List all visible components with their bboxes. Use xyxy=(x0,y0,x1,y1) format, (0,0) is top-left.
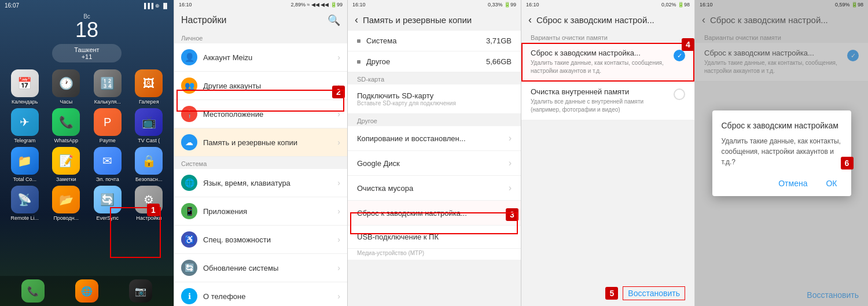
factory-reset-option[interactable]: Сброс к заводским настройка... Удалить т… xyxy=(521,43,694,82)
calendar-icon: 📅 xyxy=(11,69,39,97)
gdrive-label: Google Диск xyxy=(357,159,509,168)
phone-icon: 📞 xyxy=(21,279,45,303)
dock-browser[interactable]: 🌐 xyxy=(75,279,98,303)
sd-connect-item[interactable]: Подключить SD-карту Вставьте SD-карту дл… xyxy=(348,84,521,114)
memory-status-bar: 16:10 0,33% 🔋99 xyxy=(348,0,521,9)
settings-item-about[interactable]: ℹ О телефоне › xyxy=(174,282,347,306)
settings-item-accounts[interactable]: 👥 Другие аккаунты › xyxy=(174,72,347,100)
remote-icon: 📡 xyxy=(11,186,39,213)
reset-title: Сброс к заводским настрой... xyxy=(536,15,687,25)
language-chevron: › xyxy=(337,178,340,187)
app-totalco[interactable]: 📁 Total Co... xyxy=(6,147,44,182)
dock-phone[interactable]: 📞 xyxy=(21,279,45,303)
usb-label: USB-подключение к ПК xyxy=(357,233,512,241)
clear-memory-radio[interactable] xyxy=(674,89,685,100)
email-label: Эл. почта xyxy=(96,176,119,182)
update-icon: 🔄 xyxy=(181,260,197,276)
back-arrow-icon[interactable]: ‹ xyxy=(355,14,358,26)
accessibility-icon: ♿ xyxy=(181,231,197,248)
settings-item-location[interactable]: 📍 Местоположение › xyxy=(174,100,347,128)
eversync-label: EverSync xyxy=(96,215,119,221)
reset-back-arrow[interactable]: ‹ xyxy=(528,14,532,26)
clear-memory-title: Очистка внутренней памяти xyxy=(531,87,669,96)
home-time: 16:07 xyxy=(5,2,19,9)
apps-label: Приложения xyxy=(203,207,332,216)
memory-other-item: Другое 5,66GB xyxy=(348,51,521,72)
memory-battery: 0,33% 🔋99 xyxy=(488,2,516,8)
accessibility-label: Спец. возможности xyxy=(203,235,332,244)
ok-button[interactable]: ОК xyxy=(821,176,841,190)
app-calc[interactable]: 🔢 Калькуля... xyxy=(89,69,127,105)
memory-header: ‹ Память и резервные копии xyxy=(348,9,521,31)
settings-item-accessibility[interactable]: ♿ Спец. возможности › xyxy=(174,226,347,254)
home-screen: 16:07 ▐▐▐ ⊕ ▐▌ Вс 18 Ташкент +11 📅 Кален… xyxy=(0,0,174,306)
settings-item-memory[interactable]: ☁ Память и резервные копии › xyxy=(174,128,347,157)
step1-badge: 1 xyxy=(147,204,160,216)
dialog-buttons: Отмена ОК xyxy=(722,176,842,190)
sd-hint: Вставьте SD-карту для подключения xyxy=(357,100,512,106)
weather-widget: Ташкент +11 xyxy=(52,44,122,62)
security-label: Безопасн... xyxy=(135,176,163,182)
dock-camera[interactable]: 📷 xyxy=(129,279,152,303)
step3-badge: 3 xyxy=(506,208,518,221)
location-icon: 📍 xyxy=(181,106,197,122)
payme-icon: P xyxy=(94,108,122,136)
mtp-sub: Медиа-устройство (МТР) xyxy=(348,249,521,260)
app-email[interactable]: ✉ Эл. почта xyxy=(89,147,127,182)
gdrive-item[interactable]: Google Диск › xyxy=(348,151,521,176)
app-security[interactable]: 🔒 Безопасн... xyxy=(130,147,168,182)
app-telegram[interactable]: ✈ Telegram xyxy=(6,108,44,143)
settings-item-apps[interactable]: 📱 Приложения › xyxy=(174,197,347,226)
accounts-label: Другие аккаунты xyxy=(203,82,332,90)
totalco-icon: 📁 xyxy=(11,147,39,175)
factory-reset-radio[interactable] xyxy=(674,50,685,61)
settings-system-section: Система xyxy=(174,157,347,169)
app-calendar[interactable]: 📅 Календарь xyxy=(6,69,44,105)
app-tvcast[interactable]: 📺 TV Cast ( xyxy=(130,108,168,143)
app-explorer[interactable]: 📂 Проводн... xyxy=(47,186,86,221)
usb-item[interactable]: USB-подключение к ПК xyxy=(348,226,521,249)
dialog-title: Сброс к заводским настройкам xyxy=(722,121,842,130)
calc-label: Калькуля... xyxy=(94,99,121,105)
whatsapp-icon: 📞 xyxy=(52,108,80,136)
gallery-icon: 🖼 xyxy=(135,69,163,97)
about-label: О телефоне xyxy=(203,292,332,301)
update-chevron: › xyxy=(337,263,340,272)
memory-time: 16:10 xyxy=(352,2,366,8)
app-remote[interactable]: 📡 Remote Li... xyxy=(6,186,44,221)
date-widget: Вс 18 xyxy=(0,13,174,40)
cleanup-item[interactable]: Очистка мусора › xyxy=(348,176,521,201)
notes-icon: 📝 xyxy=(52,147,80,175)
restore-button[interactable]: Восстановить xyxy=(628,289,680,298)
cancel-button[interactable]: Отмена xyxy=(774,176,812,190)
other-storage-label: Другое xyxy=(366,57,486,66)
settings-item-meizu[interactable]: 👤 Аккаунт Meizu › xyxy=(174,43,347,72)
gdrive-chevron: › xyxy=(509,158,512,168)
wifi-icon: ⊕ xyxy=(155,3,160,9)
step4-badge: 4 xyxy=(682,38,694,51)
app-clock[interactable]: 🕐 Часы xyxy=(47,69,86,105)
language-icon: 🌐 xyxy=(181,175,197,191)
confirm-dialog: Сброс к заводским настройкам Удалить так… xyxy=(712,110,851,196)
sd-connect-label: Подключить SD-карту xyxy=(357,91,512,100)
clear-memory-desc: Удалить все данные с внутренней памяти (… xyxy=(531,98,669,114)
app-eversync[interactable]: 🔄 EverSync xyxy=(89,186,127,221)
settings-item-language[interactable]: 🌐 Язык, время, клавиатура › xyxy=(174,169,347,197)
app-grid: 📅 Календарь 🕐 Часы 🔢 Калькуля... 🖼 Галер… xyxy=(0,67,174,223)
memory-title: Память и резервные копии xyxy=(363,15,514,25)
app-payme[interactable]: P Payme xyxy=(89,108,127,143)
day-number: 18 xyxy=(75,20,98,40)
app-whatsapp[interactable]: 📞 WhatsApp xyxy=(47,108,86,143)
settings-header: Настройки 🔍 xyxy=(174,9,347,31)
search-icon[interactable]: 🔍 xyxy=(328,14,340,27)
app-notes[interactable]: 📝 Заметки xyxy=(47,147,86,182)
settings-item-update[interactable]: 🔄 Обновление системы › xyxy=(174,254,347,282)
reset-item[interactable]: Сброс к заводским настройка... › xyxy=(348,201,521,226)
backup-item[interactable]: Копирование и восстановлен... › xyxy=(348,126,521,151)
other-storage-value: 5,66GB xyxy=(486,57,512,66)
telegram-label: Telegram xyxy=(14,138,35,143)
accessibility-chevron: › xyxy=(337,235,340,244)
eversync-icon: 🔄 xyxy=(94,186,122,213)
app-gallery[interactable]: 🖼 Галерея xyxy=(130,69,168,105)
clear-memory-option[interactable]: Очистка внутренней памяти Удалить все да… xyxy=(521,82,694,120)
